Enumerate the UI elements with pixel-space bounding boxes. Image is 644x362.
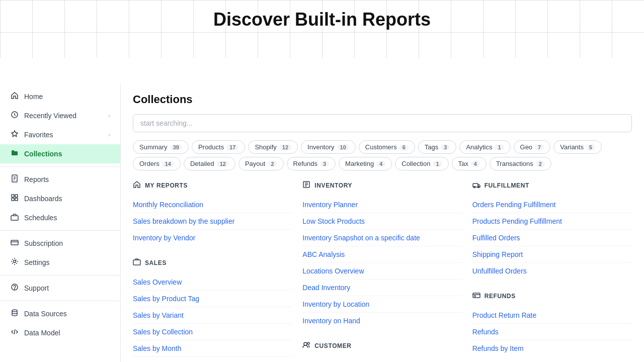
discover-title: Discover Built-in Reports — [0, 9, 644, 25]
